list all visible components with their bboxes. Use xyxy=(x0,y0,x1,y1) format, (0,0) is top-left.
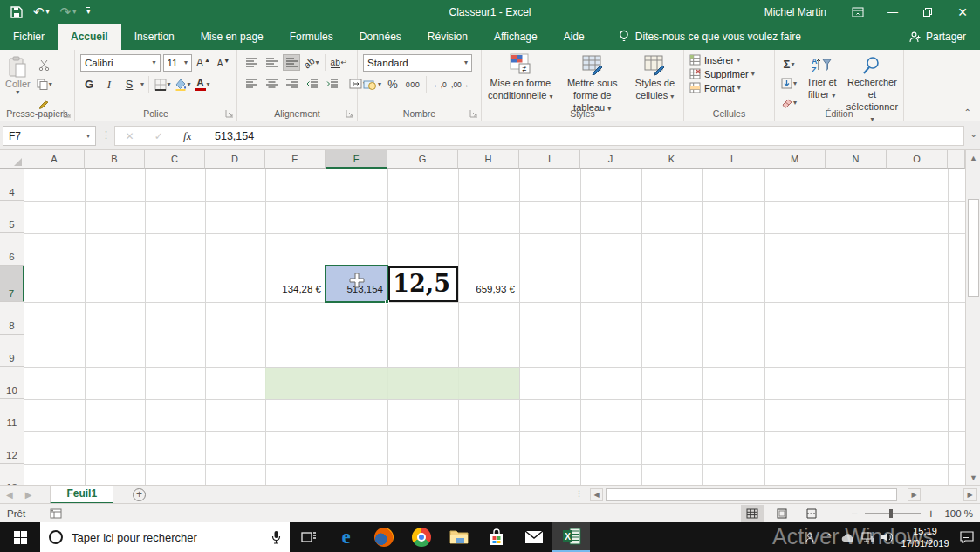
tabbar-splitter[interactable]: ⋮ xyxy=(575,489,584,498)
cell-K4[interactable] xyxy=(641,169,703,202)
cut-button[interactable] xyxy=(36,57,53,73)
cell-K5[interactable] xyxy=(641,201,703,234)
borders-button[interactable]: ▾ xyxy=(154,76,171,93)
cell-F6[interactable] xyxy=(326,233,388,266)
underline-button[interactable]: S xyxy=(120,76,138,93)
cell-N8[interactable] xyxy=(826,302,887,335)
cell-A8[interactable] xyxy=(24,302,86,335)
cell-N12[interactable] xyxy=(826,431,887,465)
decrease-indent-button[interactable] xyxy=(303,75,320,92)
cell-O9[interactable] xyxy=(887,335,949,368)
align-left-button[interactable] xyxy=(243,75,260,92)
scroll-up-icon[interactable]: ▲ xyxy=(966,150,980,165)
zoom-in-button[interactable]: + xyxy=(928,507,935,521)
cell-D8[interactable] xyxy=(205,302,266,335)
cell-F9[interactable] xyxy=(326,335,388,368)
collapse-ribbon-icon[interactable]: ⌃ xyxy=(964,107,971,117)
cell-C13[interactable] xyxy=(145,464,206,485)
cell-L5[interactable] xyxy=(702,201,765,234)
column-header-K[interactable]: K xyxy=(641,150,702,169)
cell-K9[interactable] xyxy=(641,335,703,368)
increase-font-button[interactable]: A▲ xyxy=(195,55,212,72)
cell-A6[interactable] xyxy=(24,233,86,266)
cell-B9[interactable] xyxy=(85,335,146,368)
cell-C7[interactable] xyxy=(145,266,206,303)
restore-button[interactable] xyxy=(910,0,945,24)
minimize-button[interactable]: — xyxy=(875,0,910,24)
add-sheet-button[interactable]: + xyxy=(133,488,146,501)
align-bottom-button[interactable] xyxy=(283,54,300,71)
onedrive-cloud-icon[interactable] xyxy=(839,522,858,552)
column-header-D[interactable]: D xyxy=(205,150,265,169)
cell-D10[interactable] xyxy=(205,367,266,400)
cell-D6[interactable] xyxy=(205,233,266,266)
cell-G7[interactable]: 12,5 xyxy=(387,266,458,302)
cell-E6[interactable] xyxy=(265,233,326,266)
font-color-button[interactable]: A ▾ xyxy=(194,76,211,93)
cell-B5[interactable] xyxy=(85,201,146,234)
align-top-button[interactable] xyxy=(243,54,260,71)
cell-P4[interactable] xyxy=(948,169,965,202)
cell-G12[interactable] xyxy=(387,431,459,465)
row-header-10[interactable]: 10 xyxy=(0,367,24,399)
column-header-G[interactable]: G xyxy=(387,150,458,169)
wrap-text-button[interactable]: ab↩ xyxy=(330,54,347,71)
cell-J12[interactable] xyxy=(580,431,642,465)
cell-L4[interactable] xyxy=(702,169,765,202)
cell-I4[interactable] xyxy=(519,169,581,202)
excel-taskbar-icon[interactable]: X xyxy=(552,522,590,552)
cell-N7[interactable] xyxy=(826,266,887,303)
cell-H13[interactable] xyxy=(458,464,520,485)
cell-C12[interactable] xyxy=(145,431,206,465)
cell-B6[interactable] xyxy=(85,233,146,266)
action-center-icon[interactable] xyxy=(954,522,980,552)
tab-insertion[interactable]: Insertion xyxy=(121,24,188,50)
row-header-5[interactable]: 5 xyxy=(0,201,24,233)
cell-O8[interactable] xyxy=(887,302,949,335)
cell-E9[interactable] xyxy=(265,335,326,368)
cell-L7[interactable] xyxy=(702,266,765,303)
column-header-B[interactable]: B xyxy=(85,150,145,169)
cell-D13[interactable] xyxy=(205,464,266,485)
cell-I10[interactable] xyxy=(519,367,581,400)
cell-G5[interactable] xyxy=(387,201,459,234)
row-header-13[interactable]: 13 xyxy=(0,464,24,485)
cell-I5[interactable] xyxy=(519,201,581,234)
paste-button[interactable]: Coller ▾ xyxy=(5,54,31,112)
cell-E4[interactable] xyxy=(265,169,326,202)
cell-M9[interactable] xyxy=(764,335,826,368)
cell-P8[interactable] xyxy=(948,302,965,335)
cell-D11[interactable] xyxy=(205,399,266,432)
insert-function-icon[interactable]: fx xyxy=(183,129,191,143)
firefox-icon[interactable] xyxy=(365,522,402,552)
cell-C5[interactable] xyxy=(145,201,206,234)
cell-I13[interactable] xyxy=(519,464,581,485)
cell-L12[interactable] xyxy=(702,431,765,465)
cell-H11[interactable] xyxy=(458,399,520,432)
increase-decimal-button[interactable]: ←,0 xyxy=(431,76,449,93)
column-header-N[interactable]: N xyxy=(826,150,887,169)
cell-I9[interactable] xyxy=(519,335,581,368)
cell-J4[interactable] xyxy=(580,169,642,202)
cell-H6[interactable] xyxy=(458,233,520,266)
network-icon[interactable] xyxy=(858,522,877,552)
row-header-4[interactable]: 4 xyxy=(0,169,24,201)
cell-O12[interactable] xyxy=(887,431,949,465)
cell-B12[interactable] xyxy=(85,431,146,465)
cell-P12[interactable] xyxy=(948,431,965,465)
cell-I8[interactable] xyxy=(519,302,581,335)
tab-formules[interactable]: Formules xyxy=(277,24,346,50)
cell-O5[interactable] xyxy=(887,201,949,234)
cell-B13[interactable] xyxy=(85,464,146,485)
cell-G11[interactable] xyxy=(387,399,459,432)
tab-aide[interactable]: Aide xyxy=(551,24,598,50)
cell-C4[interactable] xyxy=(145,169,206,202)
column-header-C[interactable]: C xyxy=(145,150,205,169)
cell-L6[interactable] xyxy=(702,233,765,266)
cell-A11[interactable] xyxy=(24,399,86,432)
hscroll-right-edge-icon[interactable]: ▶ xyxy=(963,488,977,501)
cell-K6[interactable] xyxy=(641,233,703,266)
cell-B4[interactable] xyxy=(85,169,146,202)
cell-M11[interactable] xyxy=(764,399,826,432)
cell-B10[interactable] xyxy=(85,367,146,400)
